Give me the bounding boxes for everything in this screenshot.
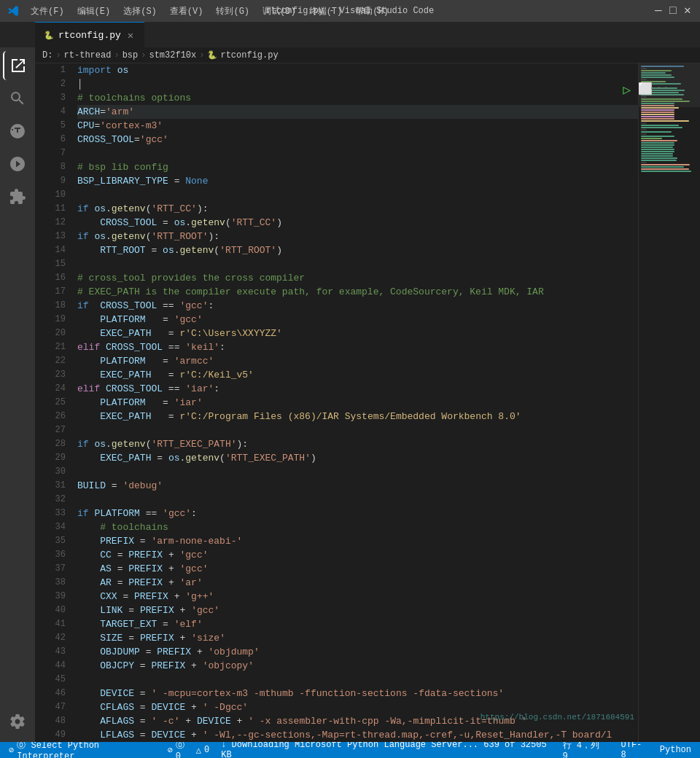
code-area[interactable]: import os │ # toolchains options ARCH='a…	[71, 63, 638, 742]
line-num-21: 21	[35, 340, 66, 354]
line-num-3: 3	[35, 91, 66, 105]
line-num-1: 1	[35, 63, 66, 77]
line-num-7: 7	[35, 146, 66, 160]
status-language[interactable]: Python	[657, 742, 694, 758]
line-num-41: 41	[35, 617, 66, 631]
editor-container: D: › rt-thread › bsp › stm32f10x › 🐍 rtc…	[35, 47, 700, 742]
status-encoding[interactable]: UTF-8	[618, 742, 648, 758]
code-line-35: PREFIX = 'arm-none-eabi-'	[77, 534, 638, 548]
code-line-26: EXEC_PATH = r'C:/Program Files (x86)/IAR…	[77, 410, 638, 423]
breadcrumb: D: › rt-thread › bsp › stm32f10x › 🐍 rtc…	[35, 47, 700, 63]
status-bar-right: 行 4，列 9 UTF-8 Python	[560, 742, 694, 758]
code-line-41: TARGET_EXT = 'elf'	[77, 617, 638, 631]
content-area: D: › rt-thread › bsp › stm32f10x › 🐍 rtc…	[0, 47, 700, 742]
line-num-24: 24	[35, 382, 66, 396]
code-line-31: BUILD = 'debug'	[77, 479, 638, 493]
warning-count: 0	[204, 745, 209, 755]
breadcrumb-stm32: stm32f10x	[149, 50, 196, 60]
code-line-2: │	[77, 77, 638, 91]
activity-bar-bottom	[3, 707, 32, 742]
menu-view[interactable]: 查看(V)	[164, 4, 209, 19]
line-num-23: 23	[35, 368, 66, 382]
code-line-19: PLATFORM = 'gcc'	[77, 313, 638, 327]
title-bar-controls: — □ ✕	[655, 7, 693, 15]
line-num-45: 45	[35, 673, 66, 687]
code-line-49: LFLAGS = DEVICE + ' -Wl,--gc-sections,-M…	[77, 728, 638, 742]
line-num-26: 26	[35, 410, 66, 423]
code-line-17: # EXEC_PATH is the compiler execute path…	[77, 285, 638, 299]
line-num-16: 16	[35, 271, 66, 285]
more-actions-button[interactable]: ···	[648, 82, 669, 95]
run-button[interactable]: ▷	[623, 82, 631, 98]
breadcrumb-d: D:	[42, 50, 52, 60]
code-line-13: if os.getenv('RTT_ROOT'):	[77, 230, 638, 243]
tab-rtconfig[interactable]: 🐍 rtconfig.py ✕	[35, 22, 144, 47]
code-line-5: CPU='cortex-m3'	[77, 119, 638, 133]
code-line-1: import os	[77, 63, 638, 77]
encoding-label: UTF-8	[621, 740, 645, 758]
line-num-17: 17	[35, 285, 66, 299]
line-num-13: 13	[35, 230, 66, 243]
code-line-11: if os.getenv('RTT_CC'):	[77, 202, 638, 216]
code-line-4: ARCH='arm'	[77, 105, 638, 119]
line-num-40: 40	[35, 603, 66, 617]
code-line-33: if PLATFORM == 'gcc':	[77, 507, 638, 520]
activity-settings[interactable]	[3, 707, 32, 736]
line-num-47: 47	[35, 700, 66, 714]
editor[interactable]: 1 2 3 4 5 6 7 8 9 10 11 12 13 14 15 16 1	[35, 63, 700, 742]
code-line-36: CC = PREFIX + 'gcc'	[77, 548, 638, 562]
line-num-27: 27	[35, 423, 66, 437]
code-line-12: CROSS_TOOL = os.getenv('RTT_CC')	[77, 216, 638, 230]
tab-file-icon: 🐍	[44, 31, 54, 40]
activity-debug[interactable]	[3, 149, 32, 179]
code-line-39: CXX = PREFIX + 'g++'	[77, 590, 638, 603]
code-line-22: PLATFORM = 'armcc'	[77, 354, 638, 368]
code-line-28: if os.getenv('RTT_EXEC_PATH'):	[77, 437, 638, 451]
menu-select[interactable]: 选择(S)	[117, 4, 163, 19]
watermark: https://blog.csdn.net/1871684591	[481, 713, 634, 722]
code-line-30	[77, 465, 638, 479]
status-bar-left: ⊘ ⓪ Select Python Interpreter ⊘ ⓪ 0 △ 0 …	[6, 742, 551, 758]
breadcrumb-file-icon: 🐍	[207, 50, 217, 60]
line-num-28: 28	[35, 437, 66, 451]
status-python-interpreter[interactable]: ⊘ ⓪ Select Python Interpreter	[6, 742, 159, 758]
title-bar-title: rtconfig.py - Visual Studio Code	[266, 6, 434, 16]
line-num-46: 46	[35, 687, 66, 700]
code-line-37: AS = PREFIX + 'gcc'	[77, 562, 638, 576]
close-button[interactable]: ✕	[684, 7, 693, 15]
line-num-14: 14	[35, 243, 66, 257]
line-num-39: 39	[35, 590, 66, 603]
tab-bar: 🐍 rtconfig.py ✕	[0, 22, 700, 47]
line-num-48: 48	[35, 714, 66, 728]
code-line-15	[77, 257, 638, 271]
line-num-12: 12	[35, 216, 66, 230]
code-line-44: OBJCPY = PREFIX + 'objcopy'	[77, 659, 638, 673]
code-line-42: SIZE = PREFIX + 'size'	[77, 631, 638, 645]
code-line-25: PLATFORM = 'iar'	[77, 396, 638, 410]
activity-explorer[interactable]	[3, 51, 32, 80]
tab-close-button[interactable]: ✕	[125, 28, 136, 42]
menu-edit[interactable]: 编辑(E)	[71, 4, 117, 19]
minimap[interactable]	[638, 63, 700, 742]
breadcrumb-file: rtconfig.py	[220, 50, 278, 60]
minimize-button[interactable]: —	[655, 7, 664, 15]
line-num-33: 33	[35, 507, 66, 520]
line-num-2: 2	[35, 77, 66, 91]
line-num-30: 30	[35, 465, 66, 479]
code-line-45	[77, 673, 638, 687]
status-line-col[interactable]: 行 4，列 9	[560, 742, 610, 758]
menu-goto[interactable]: 转到(G)	[210, 4, 255, 19]
download-label: ↓ Downloading Microsoft Python Language …	[221, 740, 548, 758]
code-line-23: EXEC_PATH = r'C:/Keil_v5'	[77, 368, 638, 382]
line-num-49: 49	[35, 728, 66, 742]
line-num-43: 43	[35, 645, 66, 659]
line-num-25: 25	[35, 396, 66, 410]
activity-git[interactable]	[3, 117, 32, 146]
menu-file[interactable]: 文件(F)	[25, 4, 70, 19]
app: 🐍 rtconfig.py ✕	[0, 22, 700, 758]
status-errors[interactable]: ⊘ ⓪ 0 △ 0	[165, 742, 213, 758]
maximize-button[interactable]: □	[669, 7, 678, 15]
activity-search[interactable]	[3, 84, 32, 113]
activity-extensions[interactable]	[3, 182, 32, 211]
code-line-20: EXEC_PATH = r'C:\Users\XXYYZZ'	[77, 327, 638, 340]
